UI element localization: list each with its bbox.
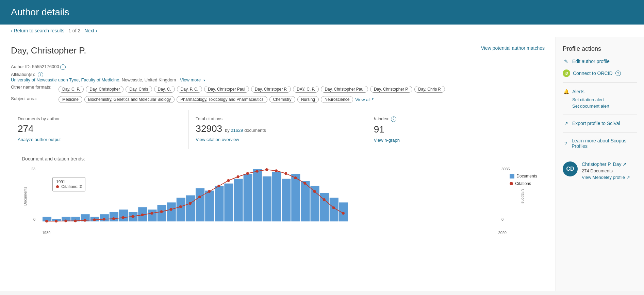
set-citation-alert-link[interactable]: Set citation alert: [572, 97, 637, 102]
chart-bar: [119, 209, 128, 221]
chart-bar: [215, 186, 224, 221]
edit-profile-link[interactable]: Edit author profile: [572, 59, 610, 64]
legend-citations: Citations: [510, 181, 537, 186]
stats-row: Documents by author 274 Analyze author o…: [11, 110, 545, 149]
citation-dot: [45, 220, 48, 222]
external-link-icon: ↗: [623, 161, 627, 167]
divider-2: [563, 114, 637, 114]
chart-bar: [282, 178, 291, 221]
chart-bar: [272, 172, 281, 221]
author-card: CD Christopher P. Day ↗ 274 Documents Vi…: [563, 156, 637, 180]
name-format-tag: Day, Christoper Paul: [204, 86, 249, 93]
orcid-info-icon[interactable]: ?: [615, 71, 621, 76]
name-format-tag: Day, C.: [154, 86, 175, 93]
x-axis: 1989 2020: [42, 231, 507, 235]
chart-bar: [158, 205, 166, 221]
documents-label: Documents by author: [18, 116, 182, 121]
view-all-subjects-link[interactable]: View all ▾: [355, 97, 374, 102]
affiliations-info-icon[interactable]: i: [38, 72, 43, 77]
citation-dot: [237, 175, 240, 178]
export-scival-action[interactable]: ↗ Export profile to SciVal: [563, 120, 637, 127]
affiliation-link[interactable]: University of Newcastle upon Tyne, Facul…: [11, 77, 119, 82]
citation-dot: [170, 208, 172, 211]
author-card-docs: 274 Documents: [582, 168, 630, 173]
chart-bar: [234, 178, 243, 221]
name-format-tag: Day, Chris P.: [414, 86, 445, 93]
chart-section: Document and citation trends: 23 0 Docum…: [11, 149, 545, 252]
chart-tooltip: 1991 Citations: 2: [52, 177, 85, 191]
view-more-link[interactable]: View more ▾: [180, 77, 205, 82]
edit-profile-icon: ✎: [563, 58, 569, 65]
page-header: Author details: [0, 0, 644, 25]
export-icon: ↗: [563, 120, 569, 127]
profile-actions-title: Profile actions: [563, 45, 637, 52]
subject-area-row: Subject area: MedicineBiochemistry, Gene…: [11, 96, 545, 103]
subject-area-label: Subject area:: [11, 96, 59, 101]
citation-dot: [313, 190, 316, 193]
citations-label: Total citations: [196, 116, 360, 121]
citation-dot: [93, 218, 96, 221]
divider-1: [563, 82, 637, 83]
name-format-tags: Day, C. P.Day, ChristopherDay, ChrisDay,…: [59, 86, 445, 93]
author-card-info: Christopher P. Day ↗ 274 Documents View …: [582, 161, 630, 180]
author-id-info-icon[interactable]: i: [60, 64, 66, 70]
subject-tags-container: MedicineBiochemistry, Genetics and Molec…: [59, 96, 374, 103]
chart-bar: [196, 188, 204, 221]
tooltip-dot-icon: [56, 185, 59, 188]
citation-dot: [84, 219, 86, 221]
edit-profile-action[interactable]: ✎ Edit author profile: [563, 58, 637, 65]
connect-orcid-link[interactable]: Connect to ORCID: [573, 71, 613, 76]
chart-bar: [291, 174, 300, 221]
export-scival-link[interactable]: Export profile to SciVal: [572, 121, 620, 126]
citation-dot: [55, 220, 57, 222]
chart-bar: [177, 198, 185, 221]
citation-dot: [227, 179, 230, 182]
tooltip-year: 1991: [56, 180, 82, 184]
set-document-alert-link[interactable]: Set document alert: [572, 104, 637, 109]
citation-dot: [246, 172, 249, 175]
sidebar: Profile actions ✎ Edit author profile iD…: [556, 37, 644, 291]
chart-bar: [205, 190, 214, 221]
next-link[interactable]: Next ›: [84, 28, 97, 33]
chevron-down-icon: ▾: [372, 97, 374, 102]
citation-overview-link[interactable]: View citation overview: [196, 137, 360, 142]
bell-icon: 🔔: [563, 88, 569, 95]
citation-dot: [74, 219, 77, 222]
chart-bar: [186, 195, 195, 221]
return-to-search-link[interactable]: ‹ Return to search results: [11, 28, 64, 33]
citation-dot: [332, 206, 335, 209]
alerts-title: 🔔 Alerts: [563, 88, 637, 95]
chart-svg: [42, 167, 348, 228]
learn-more-action[interactable]: ? Learn more about Scopus Profiles: [563, 138, 637, 149]
author-card-name-link[interactable]: Christopher P. Day ↗: [582, 161, 627, 167]
mendeley-external-link-icon: ↗: [626, 175, 630, 180]
hgraph-link[interactable]: View h-graph: [374, 138, 538, 143]
citations-sub: by 21629 documents: [225, 128, 266, 133]
chart-title: Document and citation trends:: [22, 156, 534, 161]
chart-bar: [253, 169, 262, 221]
citation-dot: [284, 172, 287, 175]
analyze-author-output-link[interactable]: Analyze author output: [18, 137, 182, 142]
learn-more-link[interactable]: Learn more about Scopus Profiles: [572, 138, 637, 149]
forward-arrow-icon: ›: [96, 28, 97, 33]
chevron-down-icon: ▾: [203, 78, 205, 82]
citation-dot: [208, 190, 211, 193]
page-title: Author details: [11, 7, 633, 18]
connect-orcid-action[interactable]: iD Connect to ORCID ?: [563, 69, 637, 77]
mendeley-profile-link[interactable]: View Mendeley profile ↗: [582, 175, 630, 180]
citation-dot: [150, 212, 153, 215]
citations-docs-link[interactable]: 21629: [231, 128, 243, 133]
legend-citations-color: [510, 182, 513, 185]
avatar: CD: [563, 161, 578, 176]
subject-tag: Neuroscience: [321, 96, 353, 103]
view-potential-matches-link[interactable]: View potential author matches: [481, 45, 545, 51]
tooltip-content: Citations: 2: [56, 184, 82, 189]
author-id-value: 55552176000: [32, 64, 59, 69]
hindex-info-icon[interactable]: ?: [391, 117, 396, 122]
divider-3: [563, 132, 637, 133]
affiliations-label: Affiliation(s):: [11, 72, 35, 77]
alerts-section: 🔔 Alerts Set citation alert Set document…: [563, 88, 637, 109]
y-label-right: Citations: [521, 189, 525, 203]
y-label-left: Documents: [23, 187, 27, 206]
documents-value: 274: [18, 123, 182, 134]
